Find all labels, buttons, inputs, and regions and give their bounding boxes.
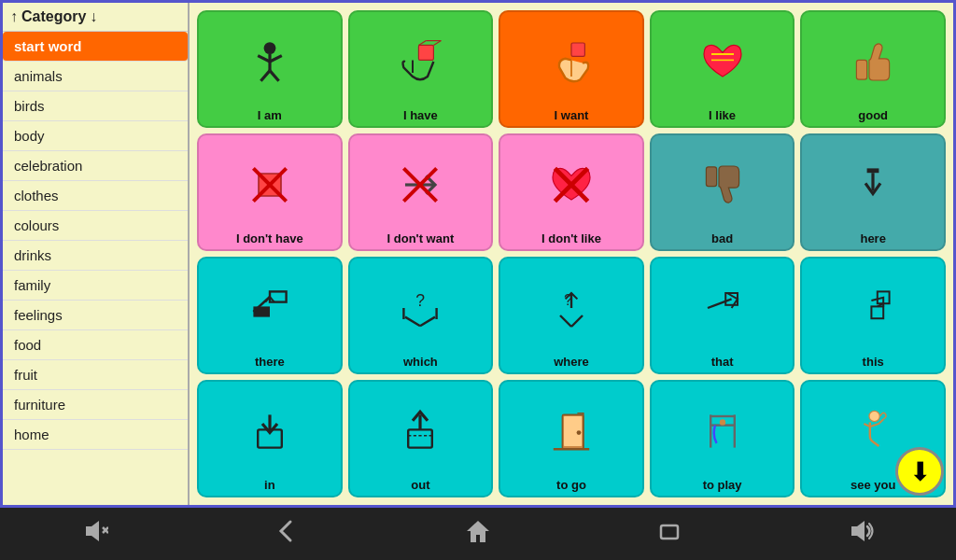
svg-point-56 (869, 411, 879, 421)
svg-point-0 (263, 42, 275, 54)
sidebar-item-family[interactable]: family (3, 271, 188, 301)
sidebar-item-drinks[interactable]: drinks (3, 241, 188, 271)
sidebar-item-home[interactable]: home (3, 420, 188, 450)
svg-line-4 (260, 70, 270, 80)
svg-line-29 (405, 316, 420, 326)
hand-reach-icon (549, 16, 594, 106)
up-arrow-icon: ↑ (10, 8, 18, 25)
sidebar-header: ↑ Category ↓ (3, 3, 188, 32)
sidebar-item-furniture[interactable]: furniture (3, 390, 188, 420)
grid-cell-I-don't-have[interactable]: I don't have (197, 133, 343, 251)
grid-cell-here[interactable]: here (800, 133, 946, 251)
sidebar: ↑ Category ↓ start wordanimalsbirdsbodyc… (3, 3, 190, 505)
cube-hand-icon (398, 16, 443, 106)
cell-label: to play (703, 476, 742, 492)
svg-line-30 (420, 316, 435, 326)
grid-cell-bad[interactable]: bad (650, 133, 795, 251)
grid-cell-to-play[interactable]: to play (650, 380, 795, 497)
sidebar-item-fruit[interactable]: fruit (3, 360, 188, 390)
cell-label: I want (555, 106, 589, 122)
sidebar-item-celebration[interactable]: celebration (3, 151, 188, 181)
grid-cell-where[interactable]: ? where (499, 257, 644, 374)
grid-cell-I-am[interactable]: I am (197, 10, 343, 128)
down-button[interactable]: ⬇ (895, 447, 944, 496)
grid-cell-that[interactable]: that (650, 257, 795, 374)
cell-label: good (858, 106, 888, 122)
grid-cell-in[interactable]: in (197, 380, 343, 497)
sidebar-item-food[interactable]: food (3, 330, 188, 360)
in-box-icon (247, 385, 292, 476)
svg-rect-40 (872, 306, 884, 318)
arrow-rect-icon (247, 262, 292, 353)
grid-cell-good[interactable]: good (800, 10, 946, 128)
cell-label: to go (556, 476, 586, 492)
heart-icon (700, 16, 745, 106)
cell-label: I have (403, 106, 438, 122)
cell-label: here (860, 230, 885, 245)
grid-cell-to-go[interactable]: to go (499, 380, 644, 497)
door-icon (549, 385, 594, 476)
cell-label: in (264, 476, 275, 492)
cell-label: I am (258, 106, 282, 122)
no-arrow-icon (398, 139, 443, 230)
svg-line-38 (708, 299, 732, 308)
volume-on-button[interactable] (829, 511, 893, 557)
svg-text:?: ? (416, 291, 426, 310)
cell-label: I like (709, 106, 736, 122)
arrow-down-box-icon (851, 139, 895, 230)
svg-marker-60 (467, 521, 489, 542)
svg-point-49 (577, 430, 582, 435)
grid-cell-I-have[interactable]: I have (348, 10, 494, 128)
where-arrows-icon: ? (549, 262, 594, 353)
svg-marker-62 (851, 521, 865, 541)
cell-label: this (863, 353, 884, 369)
cell-label: that (711, 353, 734, 369)
sidebar-item-animals[interactable]: animals (3, 62, 188, 91)
svg-rect-22 (706, 166, 716, 186)
this-arrow-icon (851, 262, 895, 353)
nav-bar (0, 508, 956, 560)
grid-cell-this[interactable]: this (800, 257, 946, 374)
svg-line-3 (270, 55, 282, 61)
grid-cell-there[interactable]: there (197, 257, 343, 374)
svg-line-35 (571, 315, 583, 327)
down-arrow-icon: ↓ (90, 8, 97, 25)
no-cube-icon (247, 139, 292, 230)
grid-row-3: in out to go to play (197, 380, 946, 497)
svg-rect-13 (857, 60, 867, 79)
cell-label: which (403, 353, 438, 369)
sidebar-item-feelings[interactable]: feelings (3, 301, 188, 330)
cell-label: out (411, 476, 429, 492)
sidebar-items: start wordanimalsbirdsbodycelebrationclo… (3, 32, 188, 450)
main-area: ↑ Category ↓ start wordanimalsbirdsbodyc… (0, 0, 956, 508)
grid-cell-I-don't-like[interactable]: I don't like (499, 133, 644, 251)
svg-line-5 (270, 70, 279, 80)
sidebar-item-start-word[interactable]: start word (3, 32, 188, 62)
recent-button[interactable] (638, 511, 701, 557)
svg-point-55 (719, 419, 724, 425)
cell-label: I don't like (541, 230, 601, 245)
grid-cell-I-don't-want[interactable]: I don't want (348, 133, 494, 251)
svg-rect-44 (409, 429, 433, 447)
no-heart-icon (549, 139, 594, 230)
sidebar-item-clothes[interactable]: clothes (3, 181, 188, 211)
svg-line-7 (419, 40, 427, 45)
sidebar-item-colours[interactable]: colours (3, 211, 188, 241)
cell-label: I don't want (387, 230, 455, 245)
svg-marker-57 (86, 521, 99, 541)
grid-cell-out[interactable]: out (348, 380, 494, 497)
out-box-icon (398, 385, 443, 476)
back-button[interactable] (255, 511, 318, 557)
svg-rect-10 (571, 43, 584, 56)
grid-rows: I am I have I want I like (197, 10, 946, 497)
that-arrow-icon (700, 262, 745, 353)
svg-line-2 (258, 55, 270, 61)
sidebar-item-birds[interactable]: birds (3, 91, 188, 121)
grid-cell-I-want[interactable]: I want (499, 10, 644, 128)
sidebar-item-body[interactable]: body (3, 121, 188, 151)
grid-cell-I-like[interactable]: I like (650, 10, 795, 128)
volume-off-button[interactable] (63, 511, 127, 557)
grid-cell-which[interactable]: ? which (348, 257, 494, 374)
svg-line-8 (434, 40, 442, 45)
home-button[interactable] (446, 511, 510, 557)
